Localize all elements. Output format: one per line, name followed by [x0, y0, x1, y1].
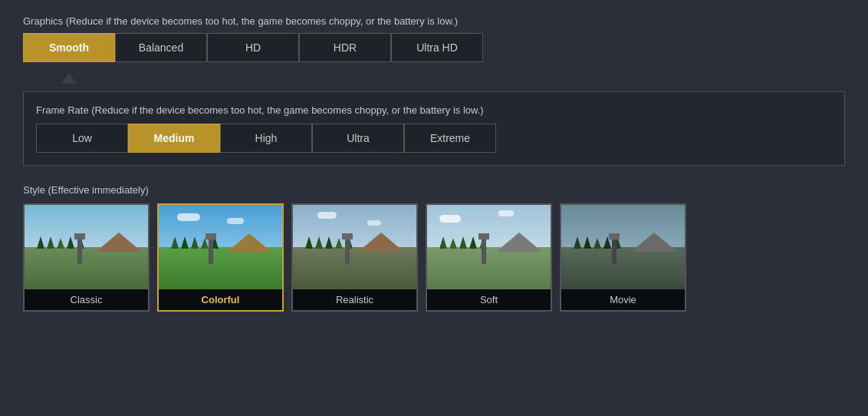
graphics-option-ultrahd[interactable]: Ultra HD [391, 33, 483, 62]
style-image-movie [561, 205, 685, 289]
framerate-option-extreme[interactable]: Extreme [404, 124, 496, 153]
style-card-classic[interactable]: Classic [23, 203, 150, 312]
style-section: Style (Effective immediately) [23, 184, 845, 312]
style-image-classic [25, 205, 148, 289]
graphics-label: Graphics (Reduce if the device becomes t… [23, 15, 845, 27]
framerate-option-low[interactable]: Low [36, 124, 128, 153]
style-card-movie[interactable]: Movie [560, 203, 686, 312]
scene-movie [561, 205, 685, 289]
graphics-btn-group: Smooth Balanced HD HDR Ultra HD [23, 33, 845, 62]
scene-classic [25, 205, 148, 289]
graphics-option-hd[interactable]: HD [207, 33, 299, 62]
style-image-colorful [159, 205, 282, 289]
scene-soft [427, 205, 551, 289]
style-cards-container: Classic [23, 203, 845, 312]
framerate-btn-group: Low Medium High Ultra Extreme [36, 124, 832, 153]
style-card-label-colorful: Colorful [159, 289, 282, 310]
graphics-option-balanced[interactable]: Balanced [115, 33, 207, 62]
style-card-label-classic: Classic [25, 289, 148, 310]
style-card-label-movie: Movie [561, 289, 685, 310]
style-card-soft[interactable]: Soft [426, 203, 552, 312]
style-card-label-soft: Soft [427, 289, 551, 310]
framerate-option-ultra[interactable]: Ultra [312, 124, 404, 153]
framerate-option-medium[interactable]: Medium [128, 124, 220, 153]
graphics-section: Graphics (Reduce if the device becomes t… [23, 15, 845, 62]
style-label: Style (Effective immediately) [23, 184, 845, 196]
graphics-option-hdr[interactable]: HDR [299, 33, 391, 62]
style-card-realistic[interactable]: Realistic [291, 203, 418, 312]
style-image-realistic [293, 205, 416, 289]
style-card-label-realistic: Realistic [293, 289, 416, 310]
framerate-label: Frame Rate (Reduce if the device becomes… [36, 104, 832, 116]
dropdown-arrow [61, 73, 77, 84]
scene-colorful [159, 205, 282, 289]
scene-realistic [293, 205, 416, 289]
framerate-option-high[interactable]: High [220, 124, 312, 153]
framerate-section: Frame Rate (Reduce if the device becomes… [23, 91, 845, 166]
style-card-colorful[interactable]: Colorful [157, 203, 284, 312]
graphics-option-smooth[interactable]: Smooth [23, 33, 115, 62]
style-image-soft [427, 205, 551, 289]
